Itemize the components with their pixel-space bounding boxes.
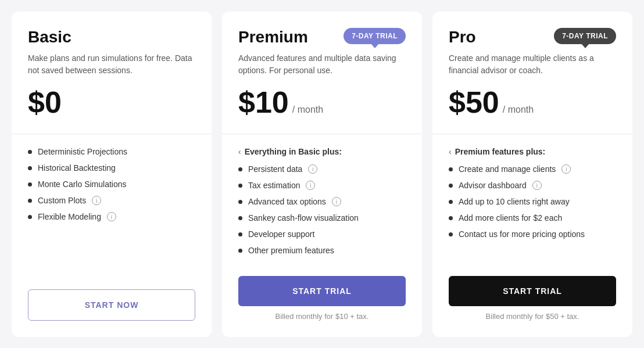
feature-dot-icon bbox=[449, 184, 453, 188]
card-title-row-premium: Premium7-DAY TRIAL bbox=[238, 28, 406, 46]
card-divider-basic bbox=[12, 134, 212, 134]
card-title-row-basic: Basic bbox=[28, 28, 195, 46]
pricing-card-basic: BasicMake plans and run simulations for … bbox=[12, 12, 212, 337]
feature-dot-icon bbox=[238, 249, 242, 253]
list-item: Other premium features bbox=[238, 246, 406, 255]
feature-text: Add more clients for $2 each bbox=[459, 213, 562, 223]
list-item: Historical Backtesting bbox=[28, 163, 195, 173]
feature-text: Deterministic Projections bbox=[38, 147, 127, 156]
price-row-premium: $10/ month bbox=[238, 87, 406, 117]
info-icon[interactable]: i bbox=[107, 212, 116, 221]
info-icon[interactable]: i bbox=[532, 181, 542, 190]
list-item: Contact us for more pricing options bbox=[449, 229, 616, 239]
feature-dot-icon bbox=[449, 200, 453, 204]
features-section-pro: ‹Premium features plus:Create and manage… bbox=[449, 147, 616, 260]
info-icon[interactable]: i bbox=[92, 196, 101, 205]
list-item: Advisor dashboardi bbox=[449, 181, 616, 190]
pricing-card-premium: Premium7-DAY TRIALAdvanced features and … bbox=[222, 12, 422, 337]
feature-dot-icon bbox=[238, 200, 242, 204]
list-item: Advanced tax optionsi bbox=[238, 197, 406, 206]
plan-name-premium: Premium bbox=[238, 28, 308, 46]
plan-description-basic: Make plans and run simulations for free.… bbox=[28, 52, 195, 77]
features-header-text-pro: Premium features plus: bbox=[455, 147, 546, 156]
trial-badge-premium: 7-DAY TRIAL bbox=[344, 28, 406, 44]
feature-text: Add up to 10 clients right away bbox=[459, 197, 570, 206]
features-section-basic: Deterministic ProjectionsHistorical Back… bbox=[28, 147, 195, 273]
card-title-row-pro: Pro7-DAY TRIAL bbox=[449, 28, 616, 46]
card-header-basic: BasicMake plans and run simulations for … bbox=[28, 28, 195, 128]
chevron-icon-premium: ‹ bbox=[238, 147, 241, 156]
feature-dot-icon bbox=[28, 182, 32, 186]
card-divider-premium bbox=[222, 134, 422, 134]
info-icon[interactable]: i bbox=[332, 197, 341, 206]
basic-cta-button[interactable]: START NOW bbox=[28, 289, 195, 321]
card-divider-pro bbox=[432, 134, 632, 134]
feature-text: Persistent data bbox=[248, 164, 302, 174]
pricing-cards-container: BasicMake plans and run simulations for … bbox=[12, 12, 632, 337]
price-period-pro: / month bbox=[503, 105, 534, 115]
plan-description-pro: Create and manage multiple clients as a … bbox=[449, 52, 616, 77]
plan-description-premium: Advanced features and multiple data savi… bbox=[238, 52, 406, 77]
card-footer-basic: START NOW bbox=[28, 289, 195, 321]
info-icon[interactable]: i bbox=[308, 164, 317, 174]
feature-dot-icon bbox=[28, 150, 32, 154]
feature-dot-icon bbox=[238, 216, 242, 220]
list-item: Flexible Modelingi bbox=[28, 212, 195, 221]
feature-text: Custom Plots bbox=[38, 196, 86, 205]
price-row-pro: $50/ month bbox=[449, 87, 616, 117]
info-icon[interactable]: i bbox=[561, 164, 571, 174]
price-row-basic: $0 bbox=[28, 87, 195, 117]
feature-text: Historical Backtesting bbox=[38, 163, 116, 173]
feature-text: Advisor dashboard bbox=[459, 181, 527, 190]
list-item: Persistent datai bbox=[238, 164, 406, 174]
list-item: Developer support bbox=[238, 229, 406, 239]
feature-dot-icon bbox=[238, 184, 242, 188]
pro-cta-button[interactable]: START TRIAL bbox=[449, 276, 616, 306]
feature-dot-icon bbox=[238, 232, 242, 236]
list-item: Sankey cash-flow visualization bbox=[238, 213, 406, 223]
feature-text: Create and manage clients bbox=[459, 164, 556, 174]
feature-dot-icon bbox=[238, 167, 242, 171]
feature-text: Flexible Modeling bbox=[38, 212, 101, 221]
list-item: Add up to 10 clients right away bbox=[449, 197, 616, 206]
feature-text: Tax estimation bbox=[248, 181, 300, 190]
list-item: Custom Plotsi bbox=[28, 196, 195, 205]
feature-list-pro: Create and manage clientsiAdvisor dashbo… bbox=[449, 164, 616, 239]
list-item: Create and manage clientsi bbox=[449, 164, 616, 174]
price-amount-premium: $10 bbox=[238, 87, 289, 117]
feature-dot-icon bbox=[449, 167, 453, 171]
features-header-premium: ‹Everything in Basic plus: bbox=[238, 147, 406, 156]
plan-name-basic: Basic bbox=[28, 28, 71, 46]
price-amount-pro: $50 bbox=[449, 87, 499, 117]
feature-text: Other premium features bbox=[248, 246, 334, 255]
feature-text: Developer support bbox=[248, 229, 314, 239]
feature-text: Contact us for more pricing options bbox=[459, 229, 585, 239]
plan-name-pro: Pro bbox=[449, 28, 476, 46]
card-footer-premium: START TRIALBilled monthly for $10 + tax. bbox=[238, 276, 406, 321]
premium-cta-button[interactable]: START TRIAL bbox=[238, 276, 406, 306]
feature-dot-icon bbox=[449, 216, 453, 220]
card-header-pro: Pro7-DAY TRIALCreate and manage multiple… bbox=[449, 28, 616, 128]
feature-list-basic: Deterministic ProjectionsHistorical Back… bbox=[28, 147, 195, 221]
feature-dot-icon bbox=[449, 232, 453, 236]
features-section-premium: ‹Everything in Basic plus:Persistent dat… bbox=[238, 147, 406, 260]
billing-note-pro: Billed monthly for $50 + tax. bbox=[486, 312, 579, 321]
pricing-card-pro: Pro7-DAY TRIALCreate and manage multiple… bbox=[432, 12, 632, 337]
list-item: Monte Carlo Simulations bbox=[28, 180, 195, 189]
list-item: Tax estimationi bbox=[238, 181, 406, 190]
trial-badge-pro: 7-DAY TRIAL bbox=[554, 28, 616, 44]
features-header-text-premium: Everything in Basic plus: bbox=[245, 147, 342, 156]
feature-dot-icon bbox=[28, 199, 32, 203]
info-icon[interactable]: i bbox=[306, 181, 315, 190]
list-item: Add more clients for $2 each bbox=[449, 213, 616, 223]
feature-dot-icon bbox=[28, 215, 32, 219]
price-period-premium: / month bbox=[292, 105, 323, 115]
feature-text: Advanced tax options bbox=[248, 197, 326, 206]
price-amount-basic: $0 bbox=[28, 87, 62, 117]
card-footer-pro: START TRIALBilled monthly for $50 + tax. bbox=[449, 276, 616, 321]
feature-dot-icon bbox=[28, 166, 32, 170]
feature-text: Sankey cash-flow visualization bbox=[248, 213, 359, 223]
billing-note-premium: Billed monthly for $10 + tax. bbox=[276, 312, 369, 321]
chevron-icon-pro: ‹ bbox=[449, 147, 452, 156]
card-header-premium: Premium7-DAY TRIALAdvanced features and … bbox=[238, 28, 406, 128]
